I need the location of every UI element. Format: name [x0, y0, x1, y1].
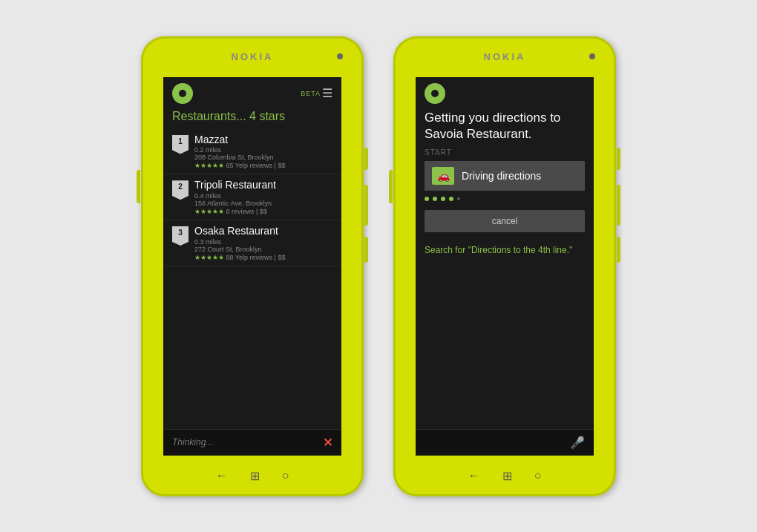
phone-top-bar: NOKIA [393, 36, 616, 77]
phone-top-bar: NOKIA [141, 36, 364, 77]
rank-number: 3 [178, 229, 183, 237]
cortana-inner [430, 88, 440, 99]
screen2-header [416, 77, 594, 107]
back-icon[interactable]: ← [216, 469, 228, 482]
nav-bar: ← ⊞ ○ [468, 469, 542, 483]
camera-dot [589, 53, 595, 59]
restaurant-distance: 0.3 miles [194, 238, 332, 246]
dot-1 [425, 197, 429, 201]
thinking-status: Thinking... [172, 437, 213, 447]
screen-title: Restaurants... 4 stars [163, 107, 341, 129]
home-icon[interactable]: ⊞ [250, 469, 260, 483]
dot-5 [457, 197, 460, 200]
cortana-logo [425, 83, 445, 104]
list-item[interactable]: 1 Mazzat 0.2 miles 208 Columbia St, Broo… [163, 129, 341, 175]
dot-3 [441, 197, 445, 201]
menu-icon[interactable]: ☰ [322, 86, 332, 100]
start-label: START [416, 148, 594, 161]
camera-dot [337, 53, 343, 59]
search-icon[interactable]: ○ [282, 469, 289, 482]
phone-bottom-bar: ← ⊞ ○ [393, 456, 616, 496]
rank-number: 2 [178, 183, 183, 191]
restaurant-address: 208 Columbia St, Brooklyn [194, 154, 332, 161]
restaurant-name: Tripoli Restaurant [194, 179, 332, 191]
beta-label: BETA [301, 90, 321, 97]
restaurant-list: 1 Mazzat 0.2 miles 208 Columbia St, Broo… [163, 129, 341, 429]
restaurant-address: 156 Atlantic Ave, Brooklyn [194, 200, 332, 207]
list-item[interactable]: 3 Osaka Restaurant 0.3 miles 272 Court S… [163, 220, 341, 266]
close-button[interactable]: ✕ [323, 436, 332, 450]
review-count: 6 reviews | $$ [226, 208, 267, 215]
restaurant-info: Osaka Restaurant 0.3 miles 272 Court St,… [194, 225, 332, 261]
nokia-brand: NOKIA [484, 51, 526, 62]
directions-text: Getting you directions to Savoia Restaur… [416, 107, 594, 148]
rank-badge: 1 [172, 135, 189, 154]
restaurant-reviews: ★★★★★ 88 Yelp reviews | $$ [194, 254, 332, 261]
nokia-brand: NOKIA [232, 51, 274, 62]
review-count: 65 Yelp reviews | $$ [226, 162, 286, 169]
restaurant-info: Tripoli Restaurant 0.4 miles 156 Atlanti… [194, 179, 332, 215]
review-count: 88 Yelp reviews | $$ [226, 254, 286, 261]
star-rating: ★★★★★ [194, 162, 224, 169]
restaurant-distance: 0.4 miles [194, 192, 332, 200]
search-hint: Search for "Directions to the 4th line." [416, 235, 594, 260]
phone2-screen: Getting you directions to Savoia Restaur… [416, 77, 594, 456]
star-rating: ★★★★★ [194, 208, 224, 215]
restaurant-reviews: ★★★★★ 65 Yelp reviews | $$ [194, 162, 332, 169]
rank-number: 1 [178, 137, 183, 145]
restaurant-distance: 0.2 miles [194, 146, 332, 154]
car-icon: 🚗 [432, 167, 454, 185]
rank-badge: 3 [172, 226, 189, 246]
car-symbol: 🚗 [437, 170, 450, 182]
dot-2 [433, 197, 437, 201]
phone-1: NOKIA BETA ☰ Restaurants... 4 stars [141, 36, 364, 496]
screen-header: BETA ☰ [163, 77, 341, 107]
cortana-inner [177, 88, 188, 99]
search-icon[interactable]: ○ [534, 469, 542, 482]
back-icon[interactable]: ← [468, 469, 480, 482]
directions-line1: Getting you directions to [425, 111, 560, 125]
star-rating: ★★★★★ [194, 254, 224, 261]
progress-dots [416, 191, 594, 207]
cortana-logo [172, 83, 193, 104]
phone1-screen: BETA ☰ Restaurants... 4 stars 1 Mazzat 0 [163, 77, 341, 456]
nav-bar: ← ⊞ ○ [216, 469, 289, 483]
cancel-button[interactable]: cancel [425, 210, 585, 232]
dot-4 [449, 197, 453, 201]
restaurant-name: Osaka Restaurant [194, 225, 332, 237]
status-bar: Thinking... ✕ [163, 429, 341, 456]
restaurant-info: Mazzat 0.2 miles 208 Columbia St, Brookl… [194, 134, 332, 170]
restaurant-reviews: ★★★★★ 6 reviews | $$ [194, 208, 332, 215]
restaurant-name: Mazzat [194, 134, 332, 146]
phone-2: NOKIA Getting you directions to Savoia R… [393, 36, 616, 496]
rank-badge: 2 [172, 180, 189, 200]
list-item[interactable]: 2 Tripoli Restaurant 0.4 miles 156 Atlan… [163, 174, 341, 220]
directions-line2: Savoia Restaurant. [425, 127, 532, 141]
home-icon[interactable]: ⊞ [502, 469, 512, 483]
driving-directions-button[interactable]: 🚗 Driving directions [425, 161, 585, 191]
microphone-icon[interactable]: 🎤 [570, 436, 585, 450]
driving-label: Driving directions [462, 170, 541, 182]
phone-bottom-bar: ← ⊞ ○ [141, 456, 364, 496]
restaurant-address: 272 Court St, Brooklyn [194, 246, 332, 253]
screen2-bottom: 🎤 [416, 429, 594, 456]
